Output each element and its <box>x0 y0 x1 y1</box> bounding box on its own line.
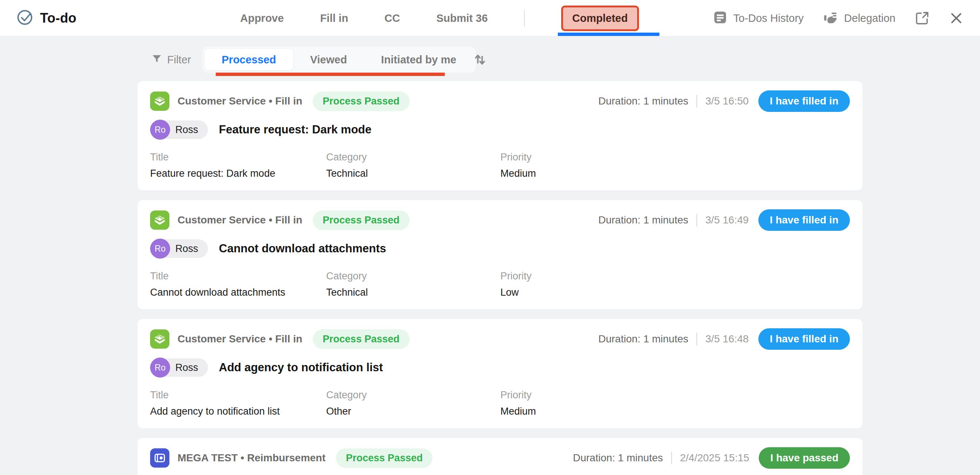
wallet-icon <box>150 448 169 468</box>
card-title: Cannot download attachments <box>219 242 386 255</box>
field-value: Low <box>500 287 850 298</box>
todos-history-button[interactable]: To-Dos History <box>713 10 803 26</box>
check-circle-icon <box>16 9 33 27</box>
divider <box>697 214 697 226</box>
field: Category Other <box>326 389 500 417</box>
field-label: Category <box>326 270 500 282</box>
field-value: Medium <box>500 406 850 417</box>
tab-fill-in[interactable]: Fill in <box>320 12 348 24</box>
field-value: Technical <box>326 287 500 298</box>
todo-card[interactable]: Customer Service • Fill in Process Passe… <box>137 81 862 191</box>
close-icon[interactable] <box>949 11 964 25</box>
brick-icon <box>150 92 169 111</box>
field-value: Medium <box>500 168 850 180</box>
todo-card[interactable]: Customer Service • Fill in Process Passe… <box>137 319 862 428</box>
card-title: Add agency to notification list <box>219 361 383 374</box>
action-button[interactable]: I have passed <box>759 447 850 469</box>
funnel-icon <box>151 53 162 66</box>
field-label: Title <box>150 389 326 401</box>
external-link-icon[interactable] <box>915 11 929 25</box>
field-label: Priority <box>500 151 850 163</box>
duration-text: Duration: 1 minutes <box>598 95 688 107</box>
action-button[interactable]: I have filled in <box>758 328 850 350</box>
status-badge: Process Passed <box>313 329 410 349</box>
field-value: Add agency to notification list <box>150 406 326 417</box>
status-badge: Process Passed <box>313 210 410 230</box>
document-list-icon <box>713 10 728 26</box>
divider <box>697 333 697 345</box>
field-label: Priority <box>500 389 850 401</box>
status-badge: Process Passed <box>313 92 410 111</box>
filter-button[interactable]: Filter <box>151 48 191 72</box>
divider <box>697 95 697 108</box>
tab-approve[interactable]: Approve <box>240 12 284 24</box>
initiator-chip[interactable]: Ro Ross <box>150 121 208 139</box>
duration-text: Duration: 1 minutes <box>573 452 663 464</box>
todo-card[interactable]: MEGA TEST • Reimbursement Process Passed… <box>137 438 862 475</box>
card-fields: Title Cannot download attachments Catego… <box>150 270 850 298</box>
field-label: Title <box>150 270 326 282</box>
field: Category Technical <box>326 151 500 180</box>
field: Title Feature request: Dark mode <box>150 151 326 180</box>
timestamp: 3/5 16:48 <box>705 333 749 345</box>
initiator-chip[interactable]: Ro Ross <box>150 239 208 258</box>
card-title-row: Ro Ross Add agency to notification list <box>150 358 850 377</box>
todos-history-label: To-Dos History <box>733 12 803 24</box>
timestamp: 2/4/2025 15:15 <box>680 452 749 464</box>
avatar: Ro <box>150 238 170 259</box>
page-title: To-do <box>40 10 76 26</box>
field-value: Other <box>326 406 500 417</box>
brand: To-do <box>16 0 76 36</box>
field: Category Technical <box>326 270 500 298</box>
app-line: Customer Service • Fill in <box>178 333 302 345</box>
app-line: MEGA TEST • Reimbursement <box>178 452 325 464</box>
card-fields: Title Feature request: Dark mode Categor… <box>150 151 850 180</box>
field-value: Cannot download attachments <box>150 287 326 298</box>
avatar: Ro <box>150 120 170 140</box>
sort-arrows-icon[interactable] <box>471 51 488 70</box>
action-button[interactable]: I have filled in <box>758 91 850 112</box>
todo-card-list: Customer Service • Fill in Process Passe… <box>137 81 862 475</box>
delegation-button[interactable]: Delegation <box>823 10 896 27</box>
field-label: Priority <box>500 270 850 282</box>
duration-text: Duration: 1 minutes <box>598 214 688 226</box>
field: Title Add agency to notification list <box>150 389 326 417</box>
initiator-chip[interactable]: Ro Ross <box>150 358 208 377</box>
segment-viewed[interactable]: Viewed <box>293 49 364 70</box>
active-tab-underline <box>558 33 659 36</box>
app-line: Customer Service • Fill in <box>178 95 302 107</box>
delegation-label: Delegation <box>844 12 896 24</box>
todo-panel: To-do Approve Fill in CC Submit 36 Compl… <box>0 0 980 475</box>
brick-icon <box>150 210 169 230</box>
action-button[interactable]: I have filled in <box>758 209 850 231</box>
segment-initiated-by-me[interactable]: Initiated by me <box>364 49 473 70</box>
card-title: Feature request: Dark mode <box>219 123 372 137</box>
card-header: MEGA TEST • Reimbursement Process Passed… <box>150 448 850 468</box>
avatar: Ro <box>150 357 170 378</box>
tab-submit[interactable]: Submit 36 <box>436 12 488 24</box>
segment-processed[interactable]: Processed <box>205 49 293 70</box>
initiator-name: Ross <box>175 362 198 373</box>
field: Title Cannot download attachments <box>150 270 326 298</box>
field-value: Technical <box>326 168 500 180</box>
initiator-name: Ross <box>175 124 198 136</box>
duration-text: Duration: 1 minutes <box>598 333 688 345</box>
card-title-row: Ro Ross Feature request: Dark mode <box>150 121 850 139</box>
card-header: Customer Service • Fill in Process Passe… <box>150 91 850 111</box>
status-badge: Process Passed <box>336 448 433 468</box>
top-bar: To-do Approve Fill in CC Submit 36 Compl… <box>0 0 980 36</box>
timestamp: 3/5 16:49 <box>705 214 749 226</box>
filter-segmented-control: Processed Viewed Initiated by me <box>202 47 476 73</box>
todo-card[interactable]: Customer Service • Fill in Process Passe… <box>137 200 862 310</box>
field-label: Title <box>150 151 326 163</box>
tab-completed[interactable]: Completed <box>561 6 639 31</box>
initiator-name: Ross <box>175 243 198 254</box>
segment-annotation-underline <box>216 73 445 76</box>
app-line: Customer Service • Fill in <box>178 214 302 226</box>
card-header: Customer Service • Fill in Process Passe… <box>150 329 850 349</box>
card-title-row: Ro Ross Cannot download attachments <box>150 239 850 258</box>
tab-cc[interactable]: CC <box>384 12 400 24</box>
card-fields: Title Add agency to notification list Ca… <box>150 389 850 417</box>
field-label: Category <box>326 151 500 163</box>
field: Priority Low <box>500 270 850 298</box>
